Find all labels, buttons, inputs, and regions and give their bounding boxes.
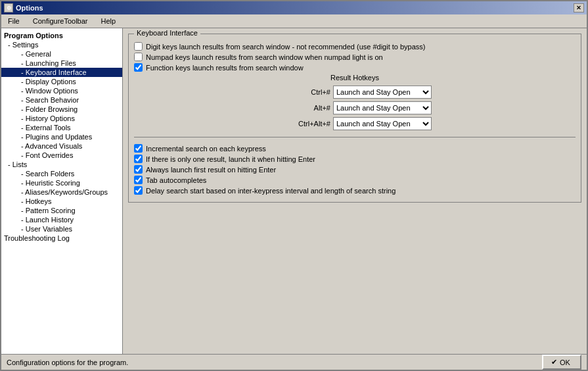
window-title: Options — [16, 4, 43, 12]
sidebar-item-user-variables[interactable]: - User Variables — [1, 224, 122, 234]
menu-file[interactable]: File — [4, 16, 24, 26]
menu-bar: File ConfigureToolbar Help — [1, 14, 587, 28]
separator — [134, 137, 576, 137]
ok-label: OK — [560, 359, 570, 366]
title-controls: ✕ — [574, 3, 584, 12]
sidebar-item-search-behavior[interactable]: - Search Behavior — [1, 95, 122, 105]
hotkey-ctrl-select[interactable]: Launch and Stay Open Launch and Close Do… — [333, 86, 432, 99]
sidebar-item-plugins-and-updates[interactable]: - Plugins and Updates — [1, 132, 122, 141]
sidebar-item-troubleshooting-log[interactable]: Troubleshooting Log — [1, 234, 122, 243]
behavior-row-4: Tab autocompletes — [134, 176, 576, 184]
group-content: Digit keys launch results from search wi… — [134, 42, 576, 195]
sidebar: Program Options- Settings- General- Laun… — [1, 28, 123, 354]
hotkey-row-ctrl: Ctrl+# Launch and Stay Open Launch and C… — [134, 86, 576, 99]
sidebar-item-heuristic-scoring[interactable]: - Heuristic Scoring — [1, 178, 122, 187]
menu-configure-toolbar[interactable]: ConfigureToolbar — [29, 16, 92, 26]
sidebar-item-font-overrides[interactable]: - Font Overrides — [1, 151, 122, 160]
title-bar-left: ⚙ Options — [4, 3, 43, 12]
behavior-row-2: If there is only one result, launch it w… — [134, 155, 576, 163]
numpad-keys-checkbox[interactable] — [134, 53, 143, 61]
checkbox-row-2: Numpad keys launch results from search w… — [134, 53, 576, 61]
one-result-label: If there is only one result, launch it w… — [146, 155, 315, 163]
checkbox-row-3: Function keys launch results from search… — [134, 63, 576, 72]
digit-keys-label: Digit keys launch results from search wi… — [146, 43, 426, 51]
sidebar-item-search-folders[interactable]: - Search Folders — [1, 169, 122, 178]
hotkey-row-alt: Alt+# Launch and Stay Open Launch and Cl… — [134, 101, 576, 114]
tab-autocomplete-label: Tab autocompletes — [146, 176, 206, 184]
sidebar-item-external-tools[interactable]: - External Tools — [1, 123, 122, 132]
ok-checkmark-icon: ✔ — [551, 358, 557, 366]
result-hotkeys-title: Result Hotkeys — [134, 74, 576, 82]
main-content: Keyboard Interface Digit keys launch res… — [123, 28, 587, 354]
content-area: Program Options- Settings- General- Laun… — [1, 28, 587, 354]
sidebar-item-aliases-keywords-groups[interactable]: - Aliases/Keywords/Groups — [1, 187, 122, 197]
bottom-bar: Configuration options for the program. ✔… — [1, 354, 587, 370]
sidebar-item-hotkeys[interactable]: - Hotkeys — [1, 197, 122, 206]
behavior-row-3: Always launch first result on hitting En… — [134, 165, 576, 174]
title-bar: ⚙ Options ✕ — [1, 1, 587, 14]
first-result-checkbox[interactable] — [134, 165, 143, 174]
one-result-checkbox[interactable] — [134, 155, 143, 163]
window-icon: ⚙ — [4, 3, 13, 12]
incremental-search-checkbox[interactable] — [134, 144, 143, 153]
group-title: Keyboard Interface — [134, 29, 200, 37]
options-window: ⚙ Options ✕ File ConfigureToolbar Help P… — [0, 0, 588, 371]
hotkey-ctrl-label: Ctrl+# — [278, 88, 330, 96]
sidebar-item-general[interactable]: - General — [1, 49, 122, 59]
sidebar-item-advanced-visuals[interactable]: - Advanced Visuals — [1, 141, 122, 151]
sidebar-item-display-options[interactable]: - Display Options — [1, 77, 122, 86]
sidebar-item-launch-history[interactable]: - Launch History — [1, 215, 122, 224]
hotkey-alt-select[interactable]: Launch and Stay Open Launch and Close Do… — [333, 101, 432, 114]
sidebar-item-launching-files[interactable]: - Launching Files — [1, 59, 122, 68]
digit-keys-checkbox[interactable] — [134, 42, 143, 51]
hotkey-ctrlalt-select[interactable]: Launch and Stay Open Launch and Close Do… — [333, 117, 432, 130]
delay-search-checkbox[interactable] — [134, 186, 143, 195]
sidebar-item-settings[interactable]: - Settings — [1, 40, 122, 49]
hotkey-ctrlalt-label: Ctrl+Alt+# — [278, 120, 330, 128]
function-keys-checkbox[interactable] — [134, 63, 143, 72]
sidebar-item-pattern-scoring[interactable]: - Pattern Scoring — [1, 206, 122, 215]
hotkey-row-ctrlalt: Ctrl+Alt+# Launch and Stay Open Launch a… — [134, 117, 576, 130]
sidebar-item-folder-browsing[interactable]: - Folder Browsing — [1, 105, 122, 114]
tab-autocomplete-checkbox[interactable] — [134, 176, 143, 184]
checkbox-row-1: Digit keys launch results from search wi… — [134, 42, 576, 51]
sidebar-item-history-options[interactable]: - History Options — [1, 114, 122, 123]
sidebar-item-window-options[interactable]: - Window Options — [1, 86, 122, 95]
status-text: Configuration options for the program. — [7, 359, 128, 366]
close-button[interactable]: ✕ — [574, 3, 584, 12]
behavior-row-5: Delay search start based on inter-keypre… — [134, 186, 576, 195]
sidebar-item-program-options[interactable]: Program Options — [1, 31, 122, 40]
ok-button[interactable]: ✔ OK — [542, 355, 581, 370]
incremental-search-label: Incremental search on each keypress — [146, 145, 266, 153]
hotkey-alt-label: Alt+# — [278, 104, 330, 112]
delay-search-label: Delay search start based on inter-keypre… — [146, 187, 396, 195]
numpad-keys-label: Numpad keys launch results from search w… — [146, 53, 383, 61]
menu-help[interactable]: Help — [97, 16, 120, 26]
sidebar-item-keyboard-interface[interactable]: - Keyboard Interface — [1, 68, 122, 77]
behavior-row-1: Incremental search on each keypress — [134, 144, 576, 153]
first-result-label: Always launch first result on hitting En… — [146, 166, 276, 174]
sidebar-item-lists[interactable]: - Lists — [1, 160, 122, 169]
function-keys-label: Function keys launch results from search… — [146, 64, 304, 72]
keyboard-interface-group: Keyboard Interface Digit keys launch res… — [128, 34, 581, 203]
